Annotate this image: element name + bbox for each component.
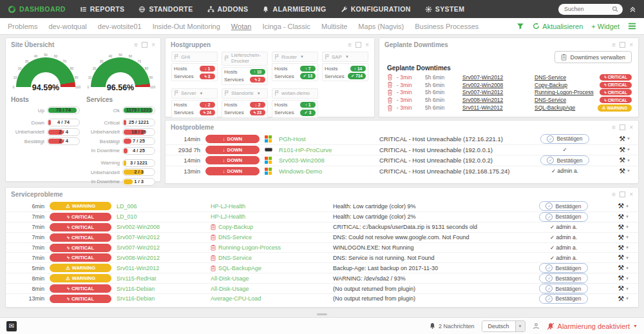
hostgroup-services-badge[interactable]: ✓ 714 [348,73,366,79]
nav-item-standorte[interactable]: STANDORTE [138,5,193,13]
host-link[interactable]: Windows-Demo [279,168,374,175]
search-box[interactable] [558,4,623,15]
panel-close-icon[interactable]: × [151,42,155,48]
service-link[interactable]: Average-CPU-Load [211,295,328,302]
state-badge-critical[interactable]: ϟCRITICAL [50,233,111,242]
delete-downtime-icon[interactable] [387,97,393,104]
dashboard-tab-icinga-classic[interactable]: Icinga - Classic [262,23,310,30]
downtime-host-link[interactable]: Srv008-Win2012 [462,97,531,103]
hostgroup-name[interactable]: Router▼ [272,52,318,62]
service-link[interactable]: HP-LJ-Health [211,213,328,220]
state-badge-down[interactable]: ↓DOWN [205,135,260,143]
service-link[interactable]: Running-Logon-Process [211,244,328,251]
acknowledge-button[interactable]: ✓Bestätigen [540,134,589,144]
stat-bar[interactable]: 7 / 25 [122,137,155,145]
dashboard-tab-maps-nagvis-[interactable]: Maps (Nagvis) [358,23,404,30]
service-link[interactable]: All-Disk-Usage [211,275,328,282]
row-actions-menu[interactable]: ⚒▼ [611,157,630,164]
panel-expand-icon[interactable] [355,42,361,48]
state-badge-critical[interactable]: ϟCRITICAL [50,244,111,252]
hostgroup-name[interactable]: Server▼ [171,88,218,99]
hostgroup-hosts-badge[interactable]: ↑ 10 [250,69,265,75]
acknowledge-button[interactable]: ✓Bestätigen [539,212,587,222]
dashboard-tab-business-processes[interactable]: Business Processes [415,23,478,30]
state-badge-warning[interactable]: ⚠WARNING [598,104,632,112]
state-badge-warning[interactable]: ⚠WARNING [50,202,111,210]
service-link[interactable]: DNS-Service [211,234,328,241]
hostgroup-hosts-badge[interactable]: ↓ 2 [250,102,265,108]
language-select[interactable]: Deutsch ▼ [482,320,526,332]
state-badge-critical[interactable]: ϟCRITICAL [50,223,111,231]
nav-item-alarmierung[interactable]: ALARMIERUNG [262,5,326,13]
host-link[interactable]: Srv115-RedHat [117,275,205,282]
state-badge-critical[interactable]: ϟCRITICAL [600,89,632,95]
state-badge-warning[interactable]: ⚠WARNING [50,264,111,272]
state-badge-down[interactable]: ↓DOWN [205,167,260,175]
downtime-host-link[interactable]: Srv011-Win2012 [462,104,531,111]
service-link[interactable]: All-Disk-Usage [211,286,328,292]
host-link[interactable]: Srv116-Debian [117,286,205,292]
delete-downtime-icon[interactable] [387,89,393,96]
nav-item-konfiguration[interactable]: KONFIGURATION [341,5,411,13]
downtime-service-link[interactable]: SQL-BackupAge [535,104,594,111]
row-actions-menu[interactable]: ⚒▼ [611,168,630,175]
notifications-button[interactable]: 2 Nachrichten [429,322,475,329]
host-link[interactable]: Srv003-Win2008 [279,157,374,164]
hostgroup-hosts-badge[interactable]: ↑ 7 [300,66,316,72]
row-actions-menu[interactable]: ⚒▼ [610,254,629,261]
row-actions-menu[interactable]: ⚒▼ [610,213,629,221]
panel-expand-icon[interactable] [620,192,625,197]
hostgroup-hosts-badge[interactable]: ↓ 1 [200,66,215,72]
hostgroup-name[interactable]: Lieferschein-Drucker [222,52,268,66]
notifications-disabled-button[interactable]: Alarmierung deaktiviert ▼ [547,322,638,330]
hamburger-menu-icon[interactable] [628,23,636,30]
hostgroup-name[interactable]: GHI [171,52,218,62]
hostgroup-hosts-badge[interactable]: ↑ 1 [300,102,316,108]
search-icon[interactable] [612,6,618,12]
hostgroup-name[interactable]: wotan-demo [272,88,318,99]
add-widget-button[interactable]: + Widget [591,23,620,30]
row-actions-menu[interactable]: ⚒▼ [610,244,629,251]
stat-bar[interactable]: 3 / 1221 [122,159,155,167]
downtime-host-link[interactable]: Srv007-Win2012 [462,89,531,95]
panel-close-icon[interactable]: × [629,124,633,131]
panel-close-icon[interactable]: × [629,192,633,198]
user-icon[interactable] [533,322,540,329]
downtime-service-link[interactable]: DNS-Service [535,97,596,103]
row-actions-menu[interactable]: ⚒▼ [610,285,629,292]
host-link[interactable]: Srv007-Win2012 [117,244,205,251]
state-badge-critical[interactable]: ϟCRITICAL [50,253,111,262]
panel-menu-icon[interactable]: ≡ [348,42,352,48]
host-link[interactable]: Srv008-Win2012 [117,255,205,261]
panel-menu-icon[interactable]: ≡ [612,124,616,131]
stat-bar[interactable]: 1 / 3 [122,178,155,186]
hostgroup-services-badge[interactable]: ✓ 3 [300,110,316,116]
row-actions-menu[interactable]: ⚒▼ [610,202,629,210]
delete-downtime-icon[interactable] [387,74,393,81]
stat-bar[interactable]: 2 / 3 [122,168,155,176]
panel-expand-icon[interactable] [142,42,147,48]
hostgroup-services-badge[interactable]: ϟ 23 [250,110,265,115]
hostgroup-services-badge[interactable]: ✓ 13 [300,73,316,79]
panel-expand-icon[interactable] [620,42,625,48]
hostgroup-hosts-badge[interactable]: ↑ 14 [350,66,366,72]
refresh-button[interactable]: Aktualisieren [533,23,583,30]
nav-item-system[interactable]: SYSTEM [425,5,465,13]
panel-close-icon[interactable]: × [629,42,633,48]
service-link[interactable]: Copy-Backup [211,224,328,230]
service-link[interactable]: HP-LJ-Health [211,203,328,210]
state-badge-critical[interactable]: ϟCRITICAL [50,284,111,293]
nav-item-addons[interactable]: ADDONS [207,5,249,13]
stat-bar[interactable]: 18 / 25 [122,128,155,136]
hostgroup-name[interactable]: SAP▼ [322,52,368,62]
host-link[interactable]: Srv002-Win2008 [117,224,205,230]
resize-handle[interactable] [317,313,327,315]
service-link[interactable]: SQL-BackupAge [211,265,328,271]
dashboard-tab-multisite[interactable]: Multisite [321,23,347,30]
state-badge-critical[interactable]: ϟCRITICAL [600,74,632,81]
messages-icon[interactable]: ✉ [6,321,17,331]
stat-bar[interactable]: 70 / 74 [47,106,80,114]
state-badge-critical[interactable]: ϟCRITICAL [50,213,111,221]
stat-bar[interactable]: 2 / 4 [47,137,80,145]
downtime-host-link[interactable]: Srv007-Win2012 [462,74,531,81]
